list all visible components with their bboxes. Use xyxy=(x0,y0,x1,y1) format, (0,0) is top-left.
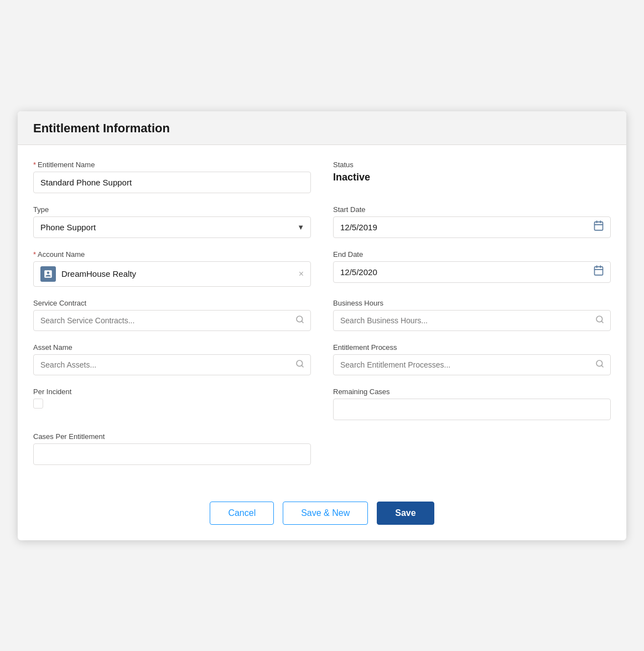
per-incident-checkbox-group xyxy=(33,399,311,409)
save-button[interactable]: Save xyxy=(377,502,434,525)
cases-per-entitlement-input[interactable] xyxy=(33,443,311,465)
modal-body: * Entitlement Name Status Inactive Type … xyxy=(18,145,626,488)
entitlement-modal: Entitlement Information * Entitlement Na… xyxy=(18,111,626,540)
business-hours-group: Business Hours xyxy=(333,299,611,331)
service-contract-label: Service Contract xyxy=(33,299,311,307)
status-value: Inactive xyxy=(333,172,611,183)
business-hours-input[interactable] xyxy=(333,310,611,331)
asset-name-label: Asset Name xyxy=(33,343,311,352)
status-label: Status xyxy=(333,161,611,169)
entitlement-process-group: Entitlement Process xyxy=(333,343,611,375)
account-name-value: DreamHouse Realty xyxy=(61,269,293,278)
required-star: * xyxy=(33,161,36,169)
per-incident-label: Per Incident xyxy=(33,388,311,396)
remaining-cases-input[interactable] xyxy=(333,399,611,420)
account-name-group: * Account Name DreamHouse Realty × xyxy=(33,250,311,287)
asset-name-wrapper xyxy=(33,354,311,375)
business-hours-wrapper xyxy=(333,310,611,331)
account-clear-icon[interactable]: × xyxy=(299,270,304,278)
entitlement-process-input[interactable] xyxy=(333,354,611,375)
type-select-wrapper: Phone Support Web Support Email Support … xyxy=(33,216,311,238)
cancel-button[interactable]: Cancel xyxy=(210,502,274,525)
account-icon xyxy=(40,266,56,282)
start-date-label: Start Date xyxy=(333,205,611,214)
service-contract-wrapper xyxy=(33,310,311,331)
end-date-label: End Date xyxy=(333,250,611,259)
entitlement-process-label: Entitlement Process xyxy=(333,343,611,352)
service-contract-group: Service Contract xyxy=(33,299,311,331)
remaining-cases-label: Remaining Cases xyxy=(333,388,611,396)
business-hours-label: Business Hours xyxy=(333,299,611,307)
asset-name-input[interactable] xyxy=(33,354,311,375)
status-group: Status Inactive xyxy=(333,161,611,193)
modal-title: Entitlement Information xyxy=(33,121,611,136)
form-grid: * Entitlement Name Status Inactive Type … xyxy=(33,161,611,477)
required-star-account: * xyxy=(33,250,36,259)
end-date-input[interactable] xyxy=(333,261,611,283)
cases-per-entitlement-label: Cases Per Entitlement xyxy=(33,432,311,441)
entitlement-name-label: * Entitlement Name xyxy=(33,161,311,169)
end-date-wrapper xyxy=(333,261,611,283)
end-date-group: End Date xyxy=(333,250,611,287)
cases-per-entitlement-group: Cases Per Entitlement xyxy=(33,432,311,465)
type-label: Type xyxy=(33,205,311,214)
modal-header: Entitlement Information xyxy=(18,111,626,145)
service-contract-input[interactable] xyxy=(33,310,311,331)
start-date-group: Start Date xyxy=(333,205,611,238)
asset-name-group: Asset Name xyxy=(33,343,311,375)
modal-footer: Cancel Save & New Save xyxy=(18,488,626,540)
save-new-button[interactable]: Save & New xyxy=(283,502,368,525)
per-incident-group: Per Incident xyxy=(33,388,311,420)
remaining-cases-group: Remaining Cases xyxy=(333,388,611,420)
entitlement-name-group: * Entitlement Name xyxy=(33,161,311,193)
entitlement-name-input[interactable] xyxy=(33,172,311,193)
per-incident-checkbox[interactable] xyxy=(33,399,43,409)
start-date-input[interactable] xyxy=(333,216,611,238)
account-field[interactable]: DreamHouse Realty × xyxy=(33,261,311,287)
entitlement-process-wrapper xyxy=(333,354,611,375)
start-date-wrapper xyxy=(333,216,611,238)
type-group: Type Phone Support Web Support Email Sup… xyxy=(33,205,311,238)
type-select[interactable]: Phone Support Web Support Email Support xyxy=(33,216,311,238)
account-name-label: * Account Name xyxy=(33,250,311,259)
